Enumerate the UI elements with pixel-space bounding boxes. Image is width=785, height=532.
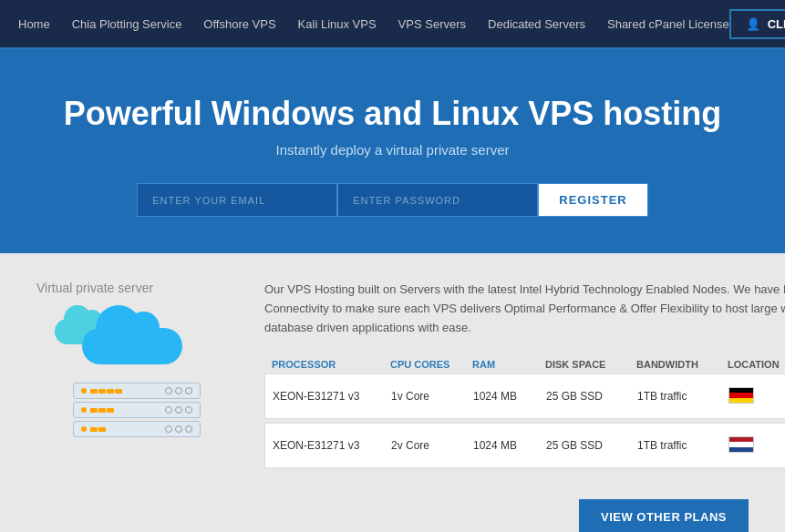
server-box xyxy=(73,383,201,465)
circle-6 xyxy=(185,406,192,414)
vps-section-label: Virtual private server xyxy=(36,281,153,295)
left-panel: Virtual private server xyxy=(36,281,237,472)
client-area-label: CLIENT AREA xyxy=(768,17,785,31)
th-processor: PROCESSOR xyxy=(272,359,390,370)
circles-2 xyxy=(165,406,192,414)
table-row: XEON-E31271 v3 2v Core 1024 MB 25 GB SSD… xyxy=(264,423,785,468)
led-2 xyxy=(81,407,87,413)
bar-group-1 xyxy=(90,389,122,394)
nav-link-offshore[interactable]: Offshore VPS xyxy=(203,17,275,31)
row1-disk: 25 GB SSD xyxy=(546,390,637,403)
password-input[interactable] xyxy=(337,183,538,217)
main-content: Virtual private server xyxy=(0,253,785,499)
row2-disk: 25 GB SSD xyxy=(546,439,637,452)
nav-link-kali[interactable]: Kali Linux VPS xyxy=(298,17,377,31)
row2-bandwidth: 1TB traffic xyxy=(637,439,728,452)
hero-section: Powerful Windows and Linux VPS hosting I… xyxy=(0,49,785,253)
server-unit-2 xyxy=(73,402,201,418)
bar-2 xyxy=(98,389,106,394)
nav-link-dedicated[interactable]: Dedicated Servers xyxy=(488,17,585,31)
hero-form: REGISTER xyxy=(119,183,666,217)
nav-link-home[interactable]: Home xyxy=(18,17,50,31)
server-unit-1 xyxy=(73,383,201,399)
row1-flag xyxy=(728,387,785,406)
register-button[interactable]: REGISTER xyxy=(538,183,647,217)
bar-1 xyxy=(90,389,98,394)
bar-9 xyxy=(98,427,106,432)
bar-8 xyxy=(90,427,98,432)
hero-title: Powerful Windows and Linux VPS hosting xyxy=(18,95,767,133)
circles-1 xyxy=(165,387,192,394)
table-header: PROCESSOR CPU Cores RAM Disk Space Bandw… xyxy=(264,355,785,373)
table-row: XEON-E31271 v3 1v Core 1024 MB 25 GB SSD… xyxy=(264,373,785,419)
nav-link-cpanel[interactable]: Shared cPanel License xyxy=(607,17,729,31)
nav-links: HomeChia Plotting ServiceOffshore VPSKal… xyxy=(18,17,729,31)
th-location: Location xyxy=(728,359,785,370)
circle-3 xyxy=(185,387,192,394)
circle-2 xyxy=(175,387,182,394)
th-cpu: CPU Cores xyxy=(390,359,472,370)
circle-7 xyxy=(165,425,172,433)
row1-bandwidth: 1TB traffic xyxy=(637,390,728,403)
circle-9 xyxy=(185,425,192,433)
server-illustration xyxy=(55,310,219,465)
navbar: HomeChia Plotting ServiceOffshore VPSKal… xyxy=(0,0,785,49)
vps-description: Our VPS Hosting built on Servers with th… xyxy=(264,281,785,337)
row1-processor: XEON-E31271 v3 xyxy=(273,390,391,403)
nav-link-chia[interactable]: Chia Plotting Service xyxy=(72,17,182,31)
circle-8 xyxy=(175,425,182,433)
cloud-big xyxy=(82,328,182,364)
led-1 xyxy=(81,388,87,394)
th-ram: RAM xyxy=(472,359,545,370)
email-input[interactable] xyxy=(137,183,337,217)
bar-3 xyxy=(107,389,114,394)
view-plans-button[interactable]: VIEW OTHER PLANS xyxy=(579,499,749,532)
right-panel: Our VPS Hosting built on Servers with th… xyxy=(264,281,785,472)
hero-subtitle: Instantly deploy a virtual private serve… xyxy=(18,142,767,158)
row2-cpu: 2v Core xyxy=(391,439,473,452)
circles-3 xyxy=(165,425,192,433)
flag-de-icon xyxy=(728,387,754,404)
desc-text: Our VPS Hosting built on Servers with th… xyxy=(264,282,785,334)
row1-cpu: 1v Core xyxy=(391,390,473,403)
user-icon: 👤 xyxy=(746,17,760,31)
bar-5 xyxy=(90,408,98,413)
nav-link-vps-servers[interactable]: VPS Servers xyxy=(398,17,466,31)
client-area-button[interactable]: 👤 CLIENT AREA xyxy=(729,9,785,39)
bar-group-2 xyxy=(90,408,114,413)
circle-4 xyxy=(165,406,172,414)
circle-5 xyxy=(175,406,182,414)
row1-ram: 1024 MB xyxy=(473,390,546,403)
row2-flag xyxy=(728,436,785,455)
bar-7 xyxy=(107,408,114,413)
th-disk: Disk Space xyxy=(545,359,636,370)
row2-ram: 1024 MB xyxy=(473,439,546,452)
circle-1 xyxy=(165,387,172,394)
flag-nl-icon xyxy=(728,436,754,453)
view-plans-bar: VIEW OTHER PLANS xyxy=(0,499,785,532)
row2-processor: XEON-E31271 v3 xyxy=(273,439,391,452)
bar-6 xyxy=(98,408,106,413)
bar-4 xyxy=(115,389,122,394)
server-unit-3 xyxy=(73,421,201,437)
led-3 xyxy=(81,426,87,432)
th-bandwidth: Bandwidth xyxy=(636,359,728,370)
bar-group-3 xyxy=(90,427,106,432)
